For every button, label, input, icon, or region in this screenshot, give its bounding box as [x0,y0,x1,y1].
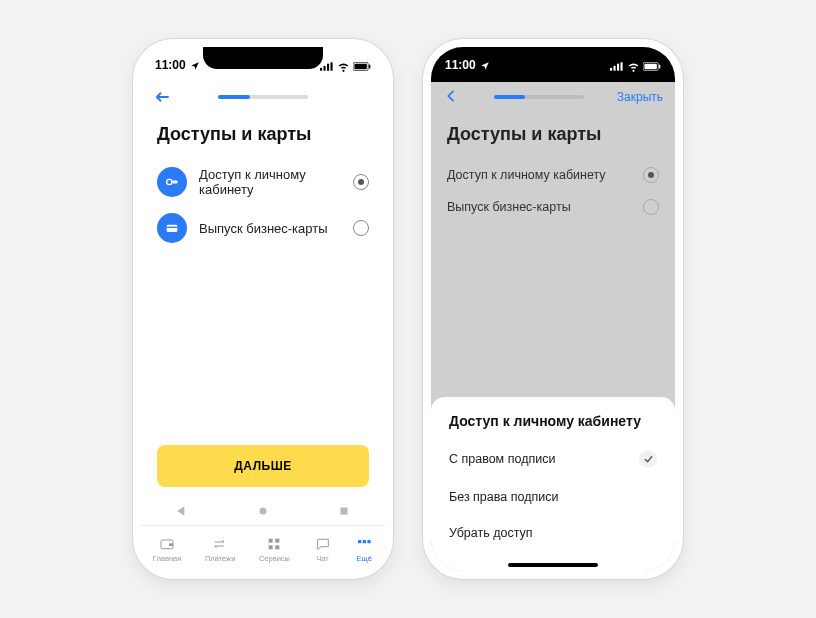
tab-services[interactable]: Сервисы [259,536,290,563]
phone-mockup-sheet: 11:00 Закрыть Доступы и карты [423,39,683,579]
grid-icon [265,536,283,552]
svg-rect-21 [610,68,612,71]
key-icon [157,167,187,197]
sheet-item-with-signature[interactable]: С правом подписи [449,439,657,479]
svg-rect-24 [621,62,623,70]
radio-selected[interactable] [353,174,369,190]
option-business-card[interactable]: Выпуск бизнес-карты [157,205,369,251]
android-nav-bar [141,497,385,525]
svg-rect-11 [341,508,348,515]
sheet-item-remove-access[interactable]: Убрать доступ [449,515,657,551]
svg-rect-15 [276,539,280,543]
svg-rect-17 [276,545,280,549]
option-label: Выпуск бизнес-карты [199,221,341,236]
back-button[interactable] [153,88,171,106]
svg-rect-6 [369,64,370,68]
sheet-title: Доступ к личному кабинету [449,413,657,429]
svg-rect-27 [659,64,660,68]
page-title: Доступы и карты [157,124,369,145]
tab-home[interactable]: Главная [153,536,182,563]
tab-chat[interactable]: Чат [314,536,332,563]
svg-point-10 [259,508,266,515]
tab-payments[interactable]: Платежи [205,536,235,563]
radio-unselected[interactable] [643,199,659,215]
nav-row: Закрыть [431,82,675,112]
check-icon [639,450,657,468]
transfer-icon [211,536,229,552]
chat-icon [314,536,332,552]
device-notch [493,47,613,69]
svg-rect-16 [269,545,273,549]
svg-rect-8 [167,225,178,232]
svg-rect-3 [331,62,333,70]
radio-unselected[interactable] [353,220,369,236]
option-label: Доступ к личному кабинету [199,167,341,197]
close-button[interactable]: Закрыть [617,90,663,104]
tab-bar: Главная Платежи Сервисы Чат Ещё [141,525,385,571]
page-title: Доступы и карты [447,124,659,145]
svg-rect-0 [320,68,322,71]
phone-mockup-main: 11:00 Доступы и карты [133,39,393,579]
svg-rect-20 [367,540,370,543]
battery-icon [643,60,661,69]
bottom-sheet: Доступ к личному кабинету С правом подпи… [431,397,675,571]
signal-icon [320,60,334,69]
svg-rect-22 [614,66,616,71]
android-back-icon[interactable] [175,504,189,518]
back-button[interactable] [443,88,461,106]
wallet-icon [158,536,176,552]
sheet-item-without-signature[interactable]: Без права подписи [449,479,657,515]
svg-point-7 [167,179,172,184]
svg-rect-26 [644,64,656,70]
wifi-icon [337,60,350,69]
option-business-card[interactable]: Выпуск бизнес-карты [447,191,659,223]
svg-rect-2 [327,64,329,71]
screen-content: Доступы и карты Доступ к личному кабинет… [141,112,385,497]
location-icon [480,60,490,70]
next-button[interactable]: ДАЛЬШЕ [157,445,369,487]
home-indicator[interactable] [508,563,598,567]
status-time: 11:00 [445,58,476,72]
signal-icon [610,60,624,69]
radio-selected[interactable] [643,167,659,183]
svg-rect-13 [169,543,173,546]
status-time: 11:00 [155,58,186,72]
tab-more[interactable]: Ещё [355,536,373,563]
svg-rect-14 [269,539,273,543]
more-icon [355,536,373,552]
option-personal-access[interactable]: Доступ к личному кабинету [157,159,369,205]
battery-icon [353,60,371,69]
option-personal-access[interactable]: Доступ к личному кабинету [447,159,659,191]
svg-rect-18 [358,540,361,543]
option-label: Выпуск бизнес-карты [447,200,643,214]
progress-indicator [467,95,611,99]
svg-rect-1 [324,66,326,71]
location-icon [190,60,200,70]
android-home-icon[interactable] [256,504,270,518]
svg-rect-23 [617,64,619,71]
android-recent-icon[interactable] [337,504,351,518]
nav-row [141,82,385,112]
card-icon [157,213,187,243]
svg-rect-9 [167,227,178,228]
svg-rect-19 [363,540,366,543]
progress-indicator [177,95,349,99]
svg-rect-5 [354,64,366,70]
wifi-icon [627,60,640,69]
device-notch [203,47,323,69]
option-label: Доступ к личному кабинету [447,168,643,182]
